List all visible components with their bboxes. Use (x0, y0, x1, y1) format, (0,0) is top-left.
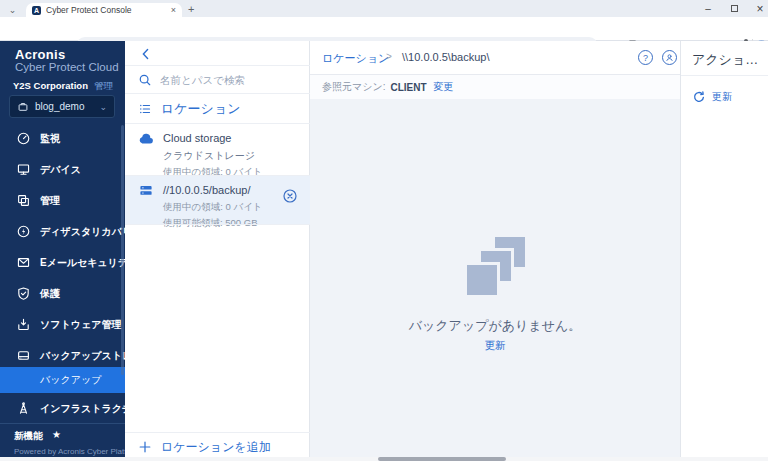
refresh-action-button[interactable]: 更新 (692, 90, 732, 104)
plus-icon (138, 440, 152, 454)
sidebar-item-management[interactable]: 管理 (0, 185, 122, 216)
cloud-icon (138, 132, 154, 146)
location-item-network-share[interactable]: //10.0.0.5/backup/ 使用中の領域: 0 バイト 使用可能領域:… (125, 176, 310, 224)
breadcrumb: ロケーション > \\10.0.0.5\backup\ ? (310, 41, 680, 75)
disaster-recovery-icon (15, 224, 31, 240)
backup-storage-icon (15, 348, 31, 364)
brand-product: Cyber Protect Cloud (15, 61, 119, 73)
machine-selector-dropdown[interactable]: blog_demo (9, 95, 115, 118)
cyber-protect-console: Acronis Cyber Protect Cloud Y2S Corporat… (0, 41, 768, 461)
sidebar-item-devices[interactable]: デバイス (0, 154, 122, 185)
location-title: Cloud storage (163, 132, 232, 144)
powered-by-text: Powered by Acronis Cyber Platform (14, 447, 140, 456)
network-share-icon (138, 184, 154, 198)
change-machine-link[interactable]: 変更 (434, 80, 454, 94)
locations-header: ロケーション (125, 94, 310, 123)
gauge-icon (15, 131, 31, 147)
breadcrumb-separator: > (386, 51, 392, 62)
breadcrumb-locations-link[interactable]: ロケーション (322, 51, 389, 66)
org-name: Y2S Corporation (13, 80, 88, 93)
tab-list-chevron-icon[interactable] (4, 3, 21, 16)
browser-window: A Cyber Protect Console jp-cloud.acronis… (0, 0, 768, 461)
shield-check-icon (15, 286, 31, 302)
search-input[interactable] (160, 74, 300, 86)
sidebar-scrollbar[interactable] (121, 125, 124, 375)
machine-selector-label: blog_demo (35, 101, 99, 112)
remove-location-icon[interactable] (282, 188, 298, 204)
tab-close-icon[interactable] (171, 5, 176, 15)
actions-panel: アクショ… 更新 (680, 41, 768, 461)
no-backups-message: バックアップがありません。 (310, 317, 680, 335)
devices-icon (15, 162, 31, 178)
brand-acronis: Acronis (15, 47, 66, 62)
search-icon (138, 73, 152, 87)
briefcase-icon (17, 101, 29, 113)
help-icon[interactable]: ? (638, 50, 653, 65)
star-icon (52, 429, 61, 440)
sidebar-subitem-label: バックアップ (40, 373, 101, 387)
window-close-button[interactable] (748, 0, 768, 17)
location-title: //10.0.0.5/backup/ (163, 184, 250, 196)
sidebar-item-email-security[interactable]: Eメールセキュリティ (0, 247, 122, 278)
window-maximize-button[interactable] (722, 0, 746, 17)
empty-state: バックアップがありません。 更新 (310, 99, 680, 461)
list-icon (138, 102, 152, 116)
org-manage-link[interactable]: 管理 (94, 80, 113, 93)
email-security-icon (15, 255, 31, 271)
main-content: ロケーション > \\10.0.0.5\backup\ ? 参照元マシン: CL… (310, 41, 680, 461)
source-machine-row: 参照元マシン: CLIENT 変更 (310, 75, 680, 99)
sidebar-item-software-management[interactable]: ソフトウェア管理 (0, 309, 122, 340)
refresh-action-label: 更新 (712, 90, 732, 104)
tab-strip: A Cyber Protect Console (0, 0, 768, 17)
sidebar-item-monitoring[interactable]: 監視 (0, 123, 122, 154)
location-subtitle: クラウドストレージ (163, 149, 300, 163)
window-minimize-button[interactable] (696, 0, 720, 17)
add-location-label: ロケーションを追加 (161, 439, 271, 456)
horizontal-scrollbar-thumb[interactable] (378, 457, 506, 461)
source-machine-name: CLIENT (390, 82, 426, 93)
management-icon (15, 193, 31, 209)
account-icon[interactable] (662, 50, 677, 65)
sidebar-subitem-backup-selected[interactable]: バックアップ (0, 367, 125, 393)
chevron-down-icon (99, 102, 107, 112)
breadcrumb-current: \\10.0.0.5\backup\ (402, 51, 489, 63)
maximize-icon (731, 5, 738, 12)
browser-tab[interactable]: A Cyber Protect Console (26, 3, 182, 17)
acronis-favicon-icon: A (32, 6, 41, 15)
browser-toolbar: jp-cloud.acronis.com/ui/#/backup-console… (0, 17, 768, 41)
software-management-icon (15, 317, 31, 333)
sidebar-item-protection[interactable]: 保護 (0, 278, 122, 309)
location-search[interactable] (125, 66, 310, 93)
locations-header-label: ロケーション (161, 100, 241, 118)
whats-new-link[interactable]: 新機能 (14, 430, 43, 443)
back-chevron-icon[interactable] (138, 46, 156, 64)
horizontal-scrollbar[interactable] (0, 457, 768, 461)
actions-divider (681, 75, 768, 76)
actions-title: アクショ… (692, 51, 758, 69)
sidebar-item-disaster-recovery[interactable]: ディザスタリカバリ (0, 216, 122, 247)
infrastructure-icon (15, 401, 31, 417)
locations-panel: ロケーション Cloud storage クラウドストレージ 使用中の領域: 0… (125, 41, 310, 461)
sidebar-divider (0, 423, 125, 424)
refresh-icon (692, 90, 706, 104)
new-tab-button[interactable] (188, 3, 194, 15)
sidebar: Acronis Cyber Protect Cloud Y2S Corporat… (0, 41, 125, 461)
sidebar-item-infrastructure[interactable]: インフラストラクチャ (0, 393, 122, 424)
source-machine-label: 参照元マシン: (322, 80, 385, 94)
refresh-link[interactable]: 更新 (310, 339, 680, 353)
tab-title: Cyber Protect Console (46, 5, 167, 15)
no-backups-icon (467, 237, 525, 295)
location-used-space: 使用中の領域: 0 バイト (163, 201, 300, 214)
